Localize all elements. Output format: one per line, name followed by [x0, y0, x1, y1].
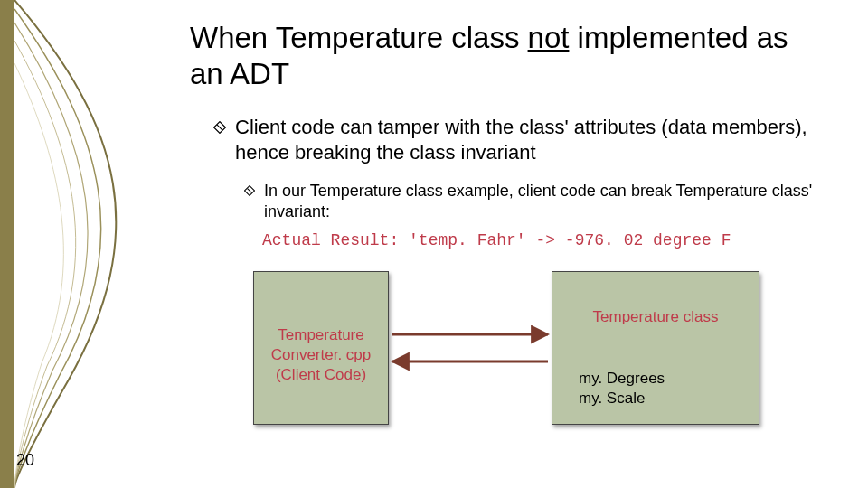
- bullet-1-text: Client code can tamper with the class' a…: [235, 115, 814, 165]
- bullet-level-1: Client code can tamper with the class' a…: [213, 115, 841, 165]
- diagram-box-class-members: my. Degrees my. Scale: [579, 369, 665, 408]
- bullet-list: Client code can tamper with the class' a…: [213, 115, 841, 249]
- title-pre: When Temperature class: [190, 21, 528, 54]
- diamond-bullet-icon: [244, 181, 255, 223]
- diagram-box-client-label: Temperature Converter. cpp (Client Code): [253, 325, 389, 384]
- diagram: Temperature Converter. cpp (Client Code)…: [253, 271, 832, 443]
- svg-line-3: [248, 188, 252, 192]
- bullet-2-text: In our Temperature class example, client…: [264, 181, 814, 223]
- code-output-line: Actual Result: 'temp. Fahr' -> -976. 02 …: [262, 231, 841, 249]
- diagram-arrows: [389, 303, 552, 393]
- sub-bullet-list: In our Temperature class example, client…: [244, 181, 841, 250]
- slide-title: When Temperature class not implemented a…: [190, 20, 841, 91]
- content-area: When Temperature class not implemented a…: [190, 20, 841, 249]
- diamond-bullet-icon: [213, 115, 226, 165]
- page-number: 20: [16, 451, 34, 470]
- bullet-level-2: In our Temperature class example, client…: [244, 181, 841, 223]
- decorative-swoosh: [14, 0, 186, 488]
- slide: When Temperature class not implemented a…: [0, 0, 868, 488]
- title-underlined: not: [528, 21, 570, 54]
- left-accent-band: [0, 0, 14, 488]
- diagram-box-class-title: Temperature class: [552, 307, 760, 327]
- svg-line-1: [217, 125, 222, 130]
